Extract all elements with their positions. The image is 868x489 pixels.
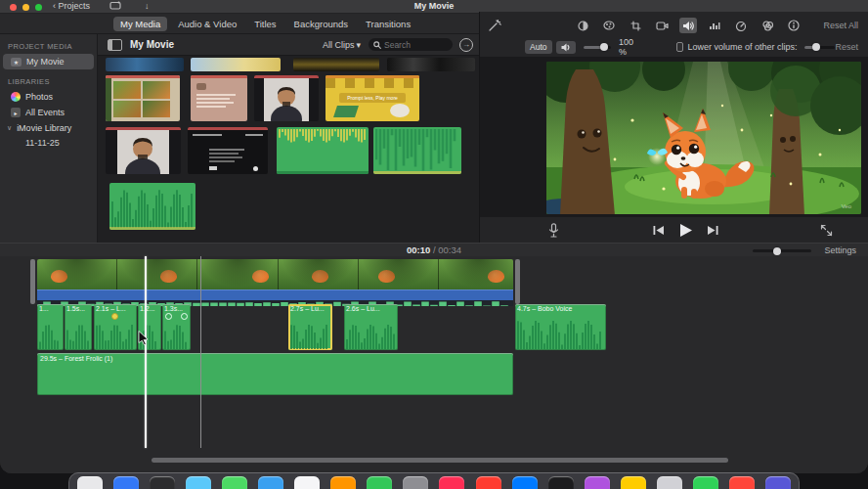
media-thumbnail-webcam[interactable] — [106, 127, 181, 174]
dock-app-icon[interactable] — [113, 476, 139, 489]
audio-clip[interactable]: 2.1s – L... — [94, 304, 137, 350]
reset-all-button[interactable]: Reset All — [823, 21, 858, 30]
timeline-zoom-slider[interactable] — [753, 249, 811, 252]
media-thumbnail-audio[interactable] — [109, 183, 195, 230]
audio-clip-selected[interactable]: 2.7s – Lu... — [288, 304, 332, 350]
sidebar-item-imovie-library[interactable]: ∨ iMovie Library — [3, 120, 94, 136]
media-thumbnail[interactable] — [387, 58, 475, 71]
volume-slider[interactable] — [584, 46, 612, 49]
dock-app-icon[interactable] — [585, 476, 610, 489]
effect-badge[interactable] — [165, 313, 172, 320]
voiceover-mic-icon[interactable] — [548, 223, 559, 238]
media-thumbnail[interactable] — [106, 58, 184, 71]
effect-badge[interactable] — [111, 313, 118, 320]
tab-audio-video[interactable]: Audio & Video — [171, 17, 243, 31]
ducking-slider[interactable] — [804, 46, 836, 49]
fox-forest-scene: Veo — [546, 62, 861, 214]
media-thumbnail-terminal[interactable] — [188, 127, 268, 174]
clip-trim-handle-right[interactable] — [515, 259, 520, 304]
color-balance-icon[interactable] — [574, 18, 591, 33]
dock-app-icon[interactable] — [693, 476, 718, 489]
window-title: My Movie — [0, 1, 868, 11]
lower-volume-checkbox[interactable] — [676, 42, 682, 52]
sidebar-item-my-movie[interactable]: ★ My Movie — [3, 54, 94, 69]
dock-app-icon[interactable] — [765, 476, 791, 489]
dock-app-icon[interactable] — [548, 476, 574, 489]
noise-reduction-icon[interactable] — [706, 18, 723, 33]
timeline-settings-button[interactable]: Settings — [824, 245, 856, 255]
fullscreen-icon[interactable] — [820, 224, 833, 237]
dock-app-icon[interactable] — [330, 476, 356, 489]
clip-trim-handle-left[interactable] — [30, 259, 35, 304]
tab-transitions[interactable]: Transitions — [359, 17, 417, 31]
audio-clip[interactable]: 4.7s – Bobo Voice — [515, 304, 606, 350]
enhance-wand-icon[interactable] — [488, 19, 501, 32]
toggle-sidebar-icon[interactable] — [108, 39, 122, 51]
clip-forward-icon[interactable]: → — [459, 38, 473, 52]
next-frame-icon[interactable] — [707, 225, 718, 236]
dock-app-icon[interactable] — [294, 476, 320, 489]
previous-frame-icon[interactable] — [653, 225, 665, 236]
volume-percent-value: 100 % — [619, 37, 633, 57]
tab-my-media[interactable]: My Media — [113, 17, 167, 31]
browser-title: My Movie — [130, 39, 174, 50]
dock-app-icon[interactable] — [222, 476, 247, 489]
all-events-icon: ▸ — [11, 108, 21, 117]
auto-volume-button[interactable]: Auto — [525, 40, 552, 54]
media-thumbnail-fox-grid[interactable] — [106, 75, 180, 121]
sidebar-item-event-date[interactable]: 11-11-25 — [0, 136, 97, 150]
video-clip-filmstrip[interactable] — [37, 259, 513, 289]
audio-clip[interactable]: 1.5s... — [65, 304, 92, 350]
reset-button[interactable]: Reset — [835, 42, 858, 52]
search-input[interactable]: Search — [369, 38, 453, 51]
speed-icon[interactable] — [732, 18, 750, 33]
dock-app-icon[interactable] — [150, 476, 175, 489]
dock-app-icon[interactable] — [512, 476, 538, 489]
sidebar-item-all-events[interactable]: ▸ All Events — [3, 105, 94, 120]
play-button-icon[interactable] — [678, 223, 693, 238]
tab-backgrounds[interactable]: Backgrounds — [287, 17, 355, 31]
project-icon: ★ — [11, 58, 22, 67]
dock-app-icon[interactable] — [621, 476, 646, 489]
mute-button[interactable] — [556, 41, 576, 54]
volume-icon[interactable] — [679, 18, 697, 33]
background-music-clip[interactable]: 29.5s – Forest Frolic (1) — [37, 353, 513, 395]
browser-header: My Movie All Clips ▾ Search → — [98, 34, 479, 56]
audio-clip[interactable]: 2.6s – Lu... — [344, 304, 398, 350]
dock-app-icon[interactable] — [367, 476, 392, 489]
stabilization-icon[interactable] — [653, 18, 671, 33]
clip-filter-dropdown[interactable]: All Clips ▾ — [323, 40, 361, 50]
media-thumbnail-webcam[interactable] — [254, 75, 319, 121]
timeline-horizontal-scrollbar[interactable] — [152, 458, 728, 463]
film-frame — [359, 259, 439, 289]
disclosure-chevron-icon[interactable]: ∨ — [7, 124, 12, 132]
dock-app-icon[interactable] — [657, 476, 682, 489]
dock-app-icon[interactable] — [729, 476, 755, 489]
dock-app-icon[interactable] — [186, 476, 211, 489]
media-thumbnail[interactable] — [191, 58, 281, 71]
clip-info-icon[interactable] — [785, 18, 803, 33]
film-frame — [37, 259, 117, 289]
dock-app-icon[interactable] — [77, 476, 103, 489]
clip-filter-icon[interactable] — [759, 18, 776, 33]
effect-badge[interactable] — [181, 313, 188, 320]
tab-titles[interactable]: Titles — [247, 17, 282, 31]
dock-app-icon[interactable] — [439, 476, 464, 489]
color-correction-icon[interactable] — [600, 18, 618, 33]
media-thumbnail-slide[interactable]: Prompt less, Play more — [326, 75, 419, 121]
screen: ‹ Projects ↓ My Movie My MediaAudio & Vi… — [0, 0, 868, 489]
preview-video[interactable]: Veo — [546, 62, 861, 214]
media-thumbnail-document[interactable] — [191, 75, 247, 121]
dock-app-icon[interactable] — [258, 476, 283, 489]
dock-app-icon[interactable] — [403, 476, 428, 489]
sidebar-item-label: My Movie — [26, 57, 65, 67]
sidebar-item-photos[interactable]: Photos — [3, 89, 94, 105]
media-thumbnail[interactable] — [293, 58, 379, 71]
timeline-playhead[interactable] — [145, 256, 147, 448]
audio-clip[interactable]: 1.3s... — [162, 304, 191, 350]
media-thumbnail-audio[interactable] — [373, 127, 461, 174]
media-thumbnail-audio[interactable] — [277, 127, 369, 174]
dock-app-icon[interactable] — [476, 476, 501, 489]
audio-clip[interactable]: 1... — [37, 304, 64, 350]
crop-icon[interactable] — [627, 18, 644, 33]
